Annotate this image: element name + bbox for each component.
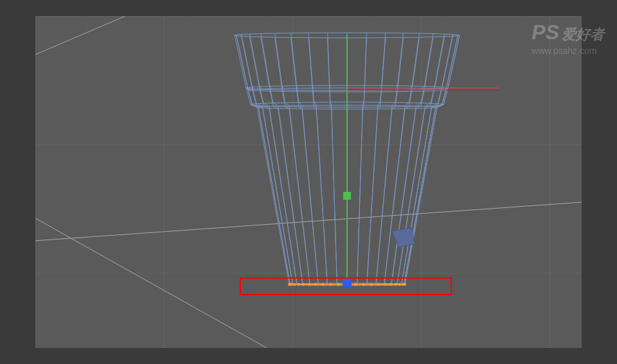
camera-icon bbox=[392, 228, 415, 247]
viewport-3d[interactable] bbox=[35, 16, 582, 348]
y-axis-handle[interactable] bbox=[343, 192, 351, 200]
z-axis-handle[interactable] bbox=[343, 278, 352, 287]
transform-gizmo[interactable] bbox=[35, 16, 582, 348]
